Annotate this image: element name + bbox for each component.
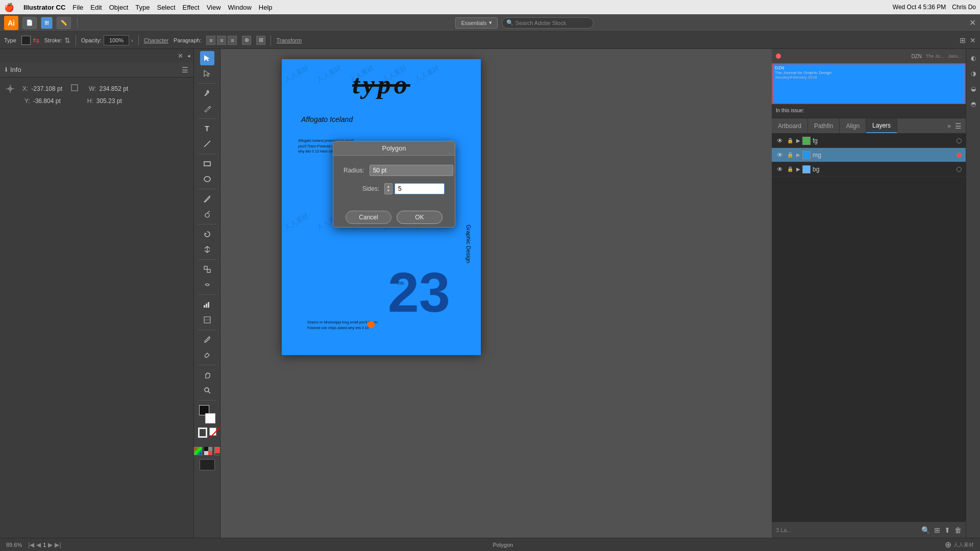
workspace-icon: ⊞: [44, 19, 49, 26]
opacity-input[interactable]: [104, 35, 129, 45]
apple-menu[interactable]: 🍎: [4, 3, 14, 12]
info-panel-menu-btn[interactable]: ☰: [182, 66, 188, 74]
background-color[interactable]: [205, 413, 215, 423]
layer-fg-expand[interactable]: ▶: [796, 138, 800, 143]
tab-artboard[interactable]: Artboard: [772, 118, 808, 133]
layer-row-fg[interactable]: 👁 🔒 ▶ fg: [772, 134, 966, 148]
right-strip-btn-2[interactable]: ◑: [968, 68, 978, 79]
pencil-tool-btn[interactable]: [200, 102, 214, 116]
menu-type[interactable]: Type: [135, 4, 150, 11]
layer-bg-eye[interactable]: 👁: [776, 166, 784, 173]
layers-delete-btn[interactable]: 🗑: [954, 526, 962, 534]
radius-input[interactable]: [370, 165, 453, 176]
menu-help[interactable]: Help: [259, 4, 273, 11]
nav-prev-btn[interactable]: ◀: [36, 541, 41, 548]
opacity-more-btn[interactable]: ›: [131, 37, 133, 43]
layers-expand-btn[interactable]: »: [947, 122, 951, 130]
workspace-btn[interactable]: ⊞: [41, 17, 53, 29]
warp-tool-btn[interactable]: [200, 278, 214, 292]
hand-tool-btn[interactable]: [200, 368, 214, 382]
menu-object[interactable]: Object: [109, 4, 129, 11]
panel-collapse-btn[interactable]: ◂: [187, 53, 190, 59]
fill-swatch[interactable]: [21, 36, 31, 45]
blob-brush-btn[interactable]: [200, 207, 214, 221]
menu-effect[interactable]: Effect: [183, 4, 200, 11]
layer-mg-lock[interactable]: 🔒: [786, 152, 794, 158]
info-icon: ℹ: [5, 66, 7, 73]
layers-menu-btn[interactable]: ☰: [955, 122, 962, 130]
line-tool-btn[interactable]: [200, 137, 214, 151]
menu-window[interactable]: Window: [228, 4, 252, 11]
pixel-preview-btn[interactable]: [200, 459, 215, 470]
right-strip-btn-3[interactable]: ◒: [968, 84, 978, 94]
expand-panels-btn[interactable]: ⊞: [960, 36, 966, 44]
cancel-button[interactable]: Cancel: [346, 211, 391, 224]
layer-row-mg[interactable]: 👁 🔒 ▶ mg: [772, 148, 966, 162]
rectangle-tool-btn[interactable]: [200, 157, 214, 171]
type-tool-btn[interactable]: T: [200, 121, 214, 136]
tab-layers[interactable]: Layers: [866, 118, 897, 133]
layer-fg-lock[interactable]: 🔒: [786, 138, 794, 143]
layer-bg-lock[interactable]: 🔒: [786, 166, 794, 172]
none-indicator[interactable]: [209, 428, 216, 436]
ellipse-tool-btn[interactable]: [200, 172, 214, 186]
direct-selection-tool-btn[interactable]: [200, 66, 214, 81]
paintbrush-tool-btn[interactable]: [200, 192, 214, 206]
rotate-tool-btn[interactable]: [200, 227, 214, 241]
layer-fg-eye[interactable]: 👁: [776, 137, 784, 144]
menu-edit[interactable]: Edit: [90, 4, 102, 11]
preview-close-btn[interactable]: [776, 54, 781, 59]
dialog-titlebar[interactable]: Polygon: [333, 141, 455, 156]
tab-pathfin[interactable]: Pathfin: [808, 118, 840, 133]
touch-btn[interactable]: ✏️: [57, 17, 71, 29]
align-left-btn[interactable]: ≡: [206, 36, 215, 45]
menu-select[interactable]: Select: [157, 4, 175, 11]
right-strip-btn-1[interactable]: ◐: [968, 53, 978, 63]
nav-first-btn[interactable]: |◀: [28, 541, 34, 548]
color-mode-btn[interactable]: [194, 447, 202, 455]
scale-tool-btn[interactable]: [200, 262, 214, 277]
character-label[interactable]: Character: [144, 37, 168, 43]
selection-tool-btn[interactable]: [200, 51, 214, 65]
arrange-btn[interactable]: ⊞: [256, 36, 265, 45]
right-strip-btn-4[interactable]: ◓: [968, 99, 978, 109]
column-graph-btn[interactable]: [200, 313, 214, 327]
layers-move-up-btn[interactable]: ⬆: [944, 526, 950, 534]
layer-mg-eye[interactable]: 👁: [776, 152, 784, 159]
menu-view[interactable]: View: [207, 4, 221, 11]
gradient-mode-btn[interactable]: [214, 447, 220, 455]
align-center-btn[interactable]: ≡: [217, 36, 226, 45]
menu-file[interactable]: File: [72, 4, 83, 11]
essentials-btn[interactable]: Essentials ▾: [455, 17, 497, 29]
close-panel-btn[interactable]: ✕: [970, 36, 976, 44]
tool-sep-color: [198, 400, 216, 400]
swatch-mode-btn[interactable]: [204, 447, 212, 455]
menu-app-name[interactable]: Illustrator CC: [23, 4, 65, 11]
transform-label[interactable]: Transform: [276, 37, 302, 43]
sides-input[interactable]: [395, 183, 445, 194]
pen-tool-btn[interactable]: [200, 86, 214, 101]
reflect-tool-btn[interactable]: [200, 242, 214, 257]
graph-tool-btn[interactable]: [200, 297, 214, 312]
layer-bg-expand[interactable]: ▶: [796, 166, 800, 172]
search-stock[interactable]: 🔍 Search Adobe Stock: [502, 17, 594, 29]
layer-mg-expand[interactable]: ▶: [796, 152, 800, 158]
paint-bucket-btn[interactable]: [200, 348, 214, 362]
close-btn[interactable]: ✕: [969, 18, 976, 28]
type-settings-btn[interactable]: ⊕: [242, 36, 251, 45]
new-document-btn[interactable]: 📄: [22, 17, 37, 29]
layer-row-bg[interactable]: 👁 🔒 ▶ bg: [772, 162, 966, 177]
nav-next-btn[interactable]: ▶: [48, 541, 53, 548]
sides-spinner-btn[interactable]: ▲ ▼: [384, 183, 393, 194]
layers-search-btn[interactable]: 🔍: [921, 526, 930, 534]
panel-close-x[interactable]: ✕: [178, 52, 183, 60]
zoom-tool-btn[interactable]: [200, 383, 214, 397]
tab-align[interactable]: Align: [840, 118, 866, 133]
ok-button[interactable]: OK: [397, 211, 443, 224]
nav-last-btn[interactable]: ▶|: [55, 541, 61, 548]
layers-add-layer-btn[interactable]: ⊞: [934, 526, 940, 534]
svg-rect-14: [204, 305, 205, 308]
stroke-indicator[interactable]: [198, 428, 207, 438]
align-right-btn[interactable]: ≡: [228, 36, 237, 45]
eyedropper-tool-btn[interactable]: [200, 333, 214, 347]
